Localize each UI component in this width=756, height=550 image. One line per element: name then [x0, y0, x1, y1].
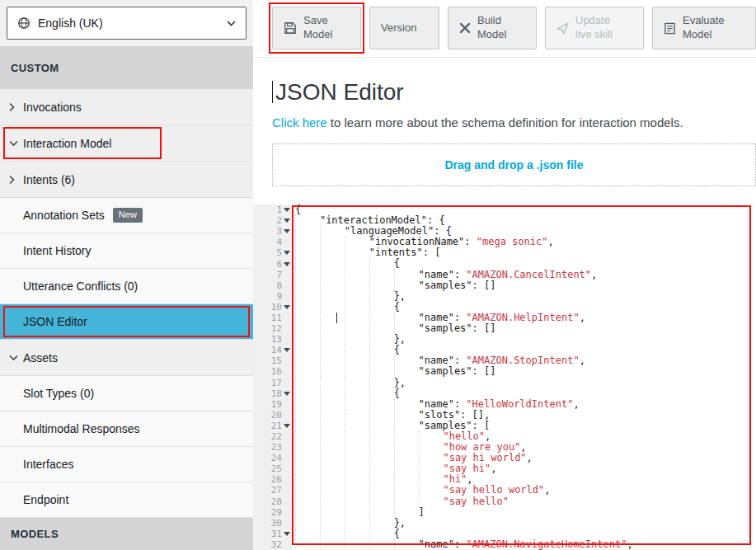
dropzone-label: Drag and drop a .json file — [444, 158, 583, 172]
fold-spacer — [282, 410, 292, 421]
line-number: 21 — [253, 421, 292, 431]
line-number: 6 — [253, 258, 292, 269]
line-number: 25 — [253, 463, 292, 474]
main-content: Save ModelVersionBuild ModelUpdate live … — [253, 0, 756, 550]
fold-spacer — [282, 313, 292, 323]
chevron-down-icon — [9, 355, 18, 360]
sidebar-item-label: Multimodal Responses — [23, 422, 140, 435]
json-dropzone[interactable]: Drag and drop a .json file — [272, 143, 756, 186]
sidebar-item-intent-history[interactable]: Intent History — [0, 233, 253, 269]
line-number: 24 — [253, 453, 292, 463]
sidebar-item-interaction-model[interactable]: Interaction Model — [0, 125, 253, 162]
save-model-button[interactable]: Save Model — [272, 7, 361, 49]
fold-arrow-icon[interactable] — [282, 215, 292, 226]
line-number: 23 — [253, 442, 292, 453]
fold-arrow-icon[interactable] — [282, 302, 292, 313]
fold-spacer — [282, 507, 292, 518]
fold-arrow-icon[interactable] — [282, 247, 292, 258]
line-number: 10 — [253, 302, 292, 313]
fold-spacer — [282, 539, 292, 550]
sidebar-item-utterance-conflicts-0[interactable]: Utterance Conflicts (0) — [0, 269, 253, 304]
evaluate-icon — [664, 22, 676, 35]
fold-arrow-icon[interactable] — [282, 226, 292, 237]
code-line: 28 "say hello" — [253, 496, 756, 507]
sidebar-item-label: Interfaces — [23, 458, 73, 471]
line-number: 22 — [253, 431, 292, 442]
line-number: 20 — [253, 410, 292, 421]
fold-arrow-icon[interactable] — [282, 388, 292, 399]
code-text: "samples": [ — [292, 421, 756, 431]
code-line: 17 }, — [253, 378, 756, 388]
sidebar-section-models: MODELS — [0, 518, 253, 550]
fold-spacer — [282, 334, 292, 345]
code-text: "samples": [] — [292, 280, 756, 291]
fold-spacer — [282, 237, 292, 247]
fold-spacer — [282, 323, 292, 334]
sidebar-item-slot-types-0[interactable]: Slot Types (0) — [0, 376, 253, 411]
sidebar-item-endpoint[interactable]: Endpoint — [0, 482, 253, 518]
sidebar-item-assets[interactable]: Assets — [0, 340, 253, 376]
fold-arrow-icon[interactable] — [282, 345, 292, 355]
line-number: 11 — [253, 313, 292, 323]
line-number: 19 — [253, 399, 292, 410]
fold-arrow-icon[interactable] — [282, 259, 292, 270]
rocket-icon — [556, 22, 569, 35]
code-line: 21 "samples": [ — [253, 421, 756, 431]
sidebar-item-label: Interaction Model — [23, 137, 111, 150]
line-number: 14 — [253, 345, 292, 355]
line-number: 9 — [253, 291, 292, 302]
sidebar-item-invocations[interactable]: Invocations — [0, 89, 253, 125]
code-text: "name": "AMAZON.CancelIntent", — [292, 270, 756, 280]
code-text: "say hello" — [292, 496, 756, 507]
fold-spacer — [282, 442, 292, 453]
sidebar-nav: InvocationsInteraction ModelIntents (6)A… — [0, 89, 253, 518]
language-selector-value: English (UK) — [38, 16, 219, 30]
sidebar-item-label: Utterance Conflicts (0) — [23, 280, 138, 293]
sidebar-item-intents-6[interactable]: Intents (6) — [0, 162, 253, 198]
save-icon — [284, 21, 297, 35]
line-number: 4 — [253, 237, 292, 247]
chevron-down-icon — [9, 140, 18, 146]
button-label: Version — [381, 21, 416, 35]
button-label: Build Model — [477, 14, 525, 42]
line-number: 29 — [253, 507, 292, 518]
sidebar-item-json-editor[interactable]: JSON Editor — [0, 304, 253, 340]
code-text: "name": "HelloWorldIntent", — [292, 399, 756, 410]
language-selector[interactable]: English (UK) — [7, 7, 247, 40]
fold-spacer — [282, 280, 292, 291]
json-code-editor[interactable]: 1{2 "interactionModel": {3 "languageMode… — [253, 204, 756, 550]
build-model-button[interactable]: Build Model — [448, 7, 537, 49]
fold-arrow-icon[interactable] — [282, 529, 292, 539]
line-number: 17 — [253, 378, 292, 388]
version-button[interactable]: Version — [369, 7, 439, 49]
line-number: 3 — [253, 226, 292, 237]
line-number: 18 — [253, 388, 292, 399]
code-line: 32 "name": "AMAZON.NavigateHomeIntent", — [253, 539, 756, 550]
text-cursor — [272, 81, 273, 103]
code-text: ] — [292, 507, 756, 518]
sidebar-item-label: Annotation Sets — [23, 209, 105, 222]
page-title: JSON Editor — [272, 79, 756, 106]
fold-spacer — [282, 291, 292, 302]
code-text: }, — [292, 378, 756, 388]
toolbar: Save ModelVersionBuild ModelUpdate live … — [253, 0, 756, 58]
page-title-text: JSON Editor — [275, 79, 404, 105]
line-number: 12 — [253, 323, 292, 334]
fold-spacer — [282, 355, 292, 366]
code-text: "samples": [] — [292, 366, 756, 377]
sidebar-item-interfaces[interactable]: Interfaces — [0, 447, 253, 482]
line-number: 16 — [253, 366, 292, 377]
sidebar-item-annotation-sets[interactable]: Annotation SetsNew — [0, 198, 253, 233]
code-line: 9 }, — [253, 291, 756, 302]
fold-spacer — [282, 378, 292, 388]
fold-arrow-icon[interactable] — [282, 421, 292, 431]
fold-arrow-icon[interactable] — [282, 204, 292, 215]
line-number: 32 — [253, 539, 292, 550]
sidebar-item-multimodal-responses[interactable]: Multimodal Responses — [0, 411, 253, 447]
button-label: Evaluate Model — [683, 14, 732, 42]
button-label: Save Model — [303, 14, 350, 42]
learn-more-link[interactable]: Click here — [272, 115, 327, 129]
editor-lines: 1{2 "interactionModel": {3 "languageMode… — [253, 204, 756, 550]
line-number: 1 — [253, 204, 292, 215]
evaluate-model-button[interactable]: Evaluate Model — [652, 7, 756, 49]
